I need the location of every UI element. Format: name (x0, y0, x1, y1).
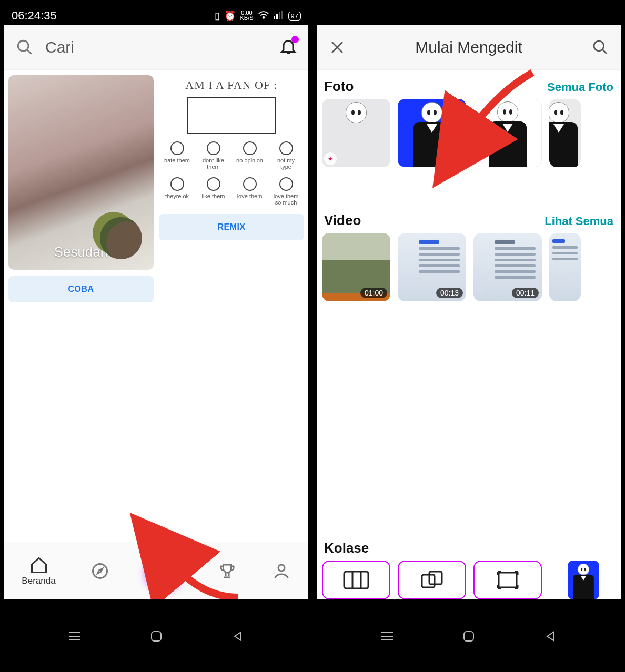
nav-challenges[interactable] (218, 562, 237, 581)
video-thumb-4[interactable] (549, 233, 581, 301)
app-screen-home: Cari Sesudah COBA AM I A FAN OF : hate (4, 25, 308, 599)
svg-point-0 (263, 16, 264, 18)
svg-rect-20 (422, 575, 435, 587)
kolase-grid[interactable] (322, 561, 390, 599)
nav-home[interactable]: Beranda (22, 556, 55, 586)
phone-right: Mulai Mengedit Foto Semua Foto ✦ (312, 0, 625, 672)
video-thumb-2[interactable]: 00:13 (398, 233, 466, 301)
back-button[interactable] (541, 627, 559, 645)
svg-rect-17 (344, 572, 368, 588)
foto-thumb-3[interactable] (473, 99, 542, 167)
home-icon (29, 556, 48, 575)
system-nav (2, 624, 310, 649)
wifi-icon (258, 10, 269, 22)
video-strip[interactable]: 01:00 00:13 00:11 (322, 233, 616, 301)
section-video-head: Video (324, 212, 361, 229)
picsart-badge-icon: ✦ (324, 152, 337, 165)
close-icon[interactable] (327, 37, 347, 57)
kolase-section: Kolase (317, 532, 621, 599)
feed-image-1[interactable]: Sesudah (8, 75, 154, 270)
search-icon[interactable] (15, 37, 35, 57)
svg-rect-12 (152, 632, 161, 641)
nav-explore[interactable] (90, 562, 109, 581)
quiz-answer-box (187, 97, 276, 134)
svg-point-8 (278, 565, 285, 571)
recent-apps-button[interactable] (378, 627, 396, 645)
signal-icon (274, 11, 284, 22)
vibrate-icon: ▯ (215, 10, 220, 22)
phone-left: 06:24:35 ▯ ⏰ 0.00KB/S 97 Cari (0, 0, 312, 672)
battery-icon: 97 (288, 12, 301, 21)
kolase-strip[interactable] (322, 561, 616, 599)
svg-line-6 (27, 49, 32, 54)
foto-strip[interactable]: ✦ (322, 99, 616, 167)
video-duration: 00:13 (436, 288, 463, 298)
notifications-icon[interactable] (279, 37, 298, 58)
create-fab[interactable]: + (145, 552, 183, 590)
quiz-template[interactable]: AM I A FAN OF : hate them dont like them… (159, 75, 304, 206)
notification-dot (291, 36, 299, 43)
section-foto-head: Foto (324, 78, 354, 95)
home-header: Cari (4, 25, 308, 70)
section-kolase-head: Kolase (324, 540, 369, 556)
quiz-row-1: hate them dont like them no opinion not … (163, 141, 300, 170)
picker-title: Mulai Mengedit (358, 38, 580, 56)
search-input[interactable]: Cari (45, 38, 74, 56)
status-icons: ▯ ⏰ 0.00KB/S 97 (215, 10, 301, 22)
svg-rect-21 (429, 572, 442, 584)
bottom-nav: Beranda + (4, 542, 308, 599)
kolase-freestyle[interactable] (398, 561, 466, 599)
quiz-title: AM I A FAN OF : (185, 78, 277, 92)
home-button[interactable] (147, 627, 165, 645)
profile-icon (272, 562, 291, 581)
video-thumb-1[interactable]: 01:00 (322, 233, 390, 301)
svg-point-5 (18, 40, 28, 51)
image-overlay-label: Sesudah (8, 244, 154, 260)
kolase-photo[interactable] (549, 561, 618, 599)
alarm-icon: ⏰ (224, 10, 236, 22)
svg-rect-34 (464, 632, 473, 641)
video-duration: 01:00 (360, 288, 387, 298)
search-icon[interactable] (590, 37, 610, 57)
foto-thumb-2[interactable] (398, 99, 466, 167)
section-foto-link[interactable]: Semua Foto (547, 80, 613, 94)
recent-apps-button[interactable] (66, 627, 84, 645)
section-video-link[interactable]: Lihat Semua (545, 215, 613, 228)
try-button[interactable]: COBA (8, 276, 154, 302)
svg-line-16 (602, 49, 607, 54)
nav-profile[interactable] (272, 562, 291, 581)
foto-thumb-1[interactable]: ✦ (322, 99, 390, 167)
kolase-frames[interactable] (473, 561, 542, 599)
nav-home-label: Beranda (22, 576, 55, 586)
quiz-row-2: theyre ok like them love them love them … (163, 177, 300, 206)
plus-icon: + (157, 559, 169, 583)
video-duration: 00:11 (512, 288, 539, 298)
svg-rect-22 (499, 573, 517, 587)
svg-rect-2 (276, 14, 278, 19)
foto-thumb-4[interactable] (549, 99, 581, 167)
video-thumb-3[interactable]: 00:11 (473, 233, 542, 301)
home-button[interactable] (460, 627, 478, 645)
status-bar: 06:24:35 ▯ ⏰ 0.00KB/S 97 (2, 6, 310, 25)
svg-rect-1 (274, 16, 275, 19)
picker-header: Mulai Mengedit (317, 25, 621, 70)
system-nav (315, 624, 623, 649)
feed-card-2[interactable]: AM I A FAN OF : hate them dont like them… (159, 75, 304, 536)
clock: 06:24:35 (12, 9, 57, 23)
svg-point-7 (93, 564, 107, 578)
compass-icon (90, 562, 109, 581)
trophy-icon (218, 562, 237, 581)
back-button[interactable] (229, 627, 247, 645)
feed: Sesudah COBA AM I A FAN OF : hate them d… (4, 70, 308, 542)
remix-button[interactable]: REMIX (159, 214, 304, 240)
svg-rect-4 (281, 11, 283, 19)
picker-content: Foto Semua Foto ✦ Video (317, 70, 621, 599)
net-speed: 0.00KB/S (240, 11, 253, 21)
feed-card-1[interactable]: Sesudah COBA (8, 75, 154, 536)
svg-rect-3 (279, 12, 280, 19)
svg-point-15 (594, 41, 604, 51)
app-screen-picker: Mulai Mengedit Foto Semua Foto ✦ (317, 25, 621, 599)
